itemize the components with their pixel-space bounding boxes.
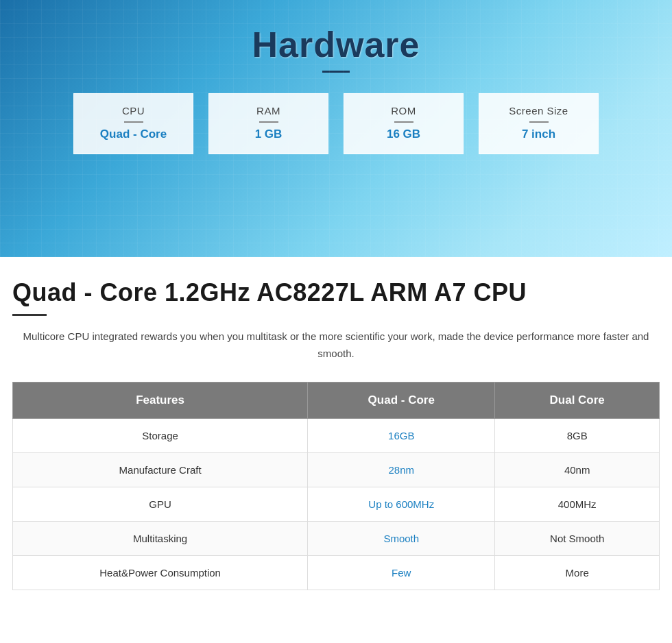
table-cell-feature: Manufacture Craft bbox=[13, 452, 308, 487]
table-cell-feature: Heat&Power Consumption bbox=[13, 555, 308, 590]
table-row: Heat&Power ConsumptionFewMore bbox=[13, 555, 660, 590]
cpu-title-underline bbox=[12, 314, 47, 316]
spec-value-cpu: Quad - Core bbox=[88, 128, 179, 141]
spec-divider-rom bbox=[394, 121, 413, 123]
cpu-heading: Quad - Core 1.2GHz AC8227L ARM A7 CPU bbox=[12, 278, 660, 307]
table-cell-quad: Up to 600MHz bbox=[308, 487, 495, 521]
table-cell-dual: 40nm bbox=[495, 452, 660, 487]
table-cell-dual: More bbox=[495, 555, 660, 590]
content-section: Quad - Core 1.2GHz AC8227L ARM A7 CPU Mu… bbox=[0, 257, 672, 618]
table-header-features: Features bbox=[13, 382, 308, 418]
spec-label-cpu: CPU bbox=[88, 105, 179, 117]
table-row: MultitaskingSmoothNot Smooth bbox=[13, 521, 660, 555]
table-cell-feature: GPU bbox=[13, 487, 308, 521]
hero-title: Hardware bbox=[252, 24, 420, 65]
table-cell-dual: 8GB bbox=[495, 418, 660, 452]
spec-card-screen: Screen Size 7 inch bbox=[479, 93, 599, 154]
spec-value-rom: 16 GB bbox=[358, 128, 449, 141]
hero-title-underline bbox=[322, 71, 350, 73]
spec-divider-screen bbox=[529, 121, 549, 123]
table-cell-dual: 400MHz bbox=[495, 487, 660, 521]
spec-divider-ram bbox=[259, 121, 278, 123]
comparison-table: Features Quad - Core Dual Core Storage16… bbox=[12, 382, 660, 590]
hero-section: Hardware CPU Quad - Core RAM 1 GB ROM 16… bbox=[0, 0, 672, 257]
table-row: Manufacture Craft28nm40nm bbox=[13, 452, 660, 487]
table-cell-quad: Smooth bbox=[308, 521, 495, 555]
spec-label-ram: RAM bbox=[223, 105, 314, 117]
cpu-description: Multicore CPU integrated rewards you whe… bbox=[21, 328, 651, 363]
table-cell-quad: Few bbox=[308, 555, 495, 590]
table-cell-quad: 28nm bbox=[308, 452, 495, 487]
table-cell-quad: 16GB bbox=[308, 418, 495, 452]
spec-divider-cpu bbox=[124, 121, 143, 123]
spec-value-screen: 7 inch bbox=[493, 128, 584, 141]
specs-row: CPU Quad - Core RAM 1 GB ROM 16 GB Scree… bbox=[73, 93, 599, 154]
spec-card-cpu: CPU Quad - Core bbox=[73, 93, 193, 154]
spec-label-rom: ROM bbox=[358, 105, 449, 117]
spec-card-rom: ROM 16 GB bbox=[344, 93, 464, 154]
table-header-quad: Quad - Core bbox=[308, 382, 495, 418]
table-cell-feature: Storage bbox=[13, 418, 308, 452]
spec-label-screen: Screen Size bbox=[493, 105, 584, 117]
table-header-dual: Dual Core bbox=[495, 382, 660, 418]
spec-card-ram: RAM 1 GB bbox=[208, 93, 328, 154]
spec-value-ram: 1 GB bbox=[223, 128, 314, 141]
table-cell-dual: Not Smooth bbox=[495, 521, 660, 555]
table-row: Storage16GB8GB bbox=[13, 418, 660, 452]
table-row: GPUUp to 600MHz400MHz bbox=[13, 487, 660, 521]
table-cell-feature: Multitasking bbox=[13, 521, 308, 555]
